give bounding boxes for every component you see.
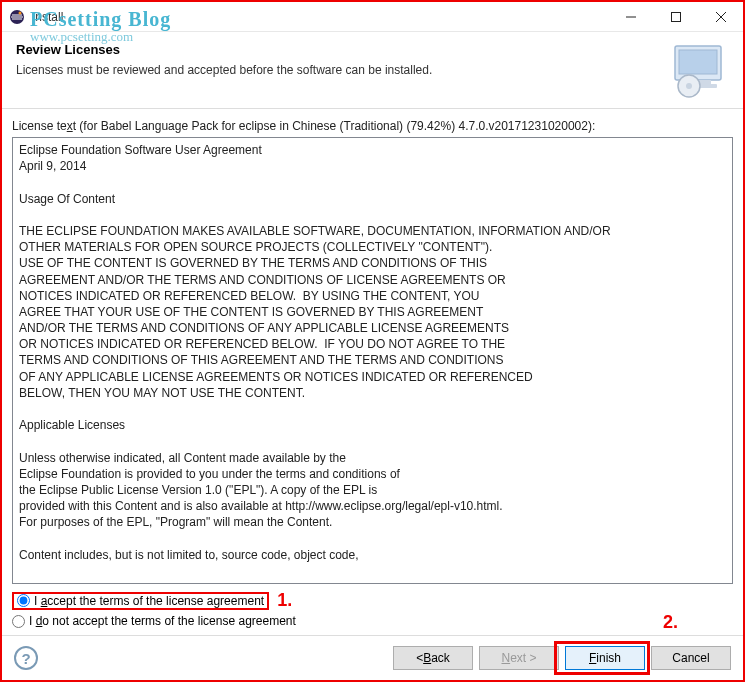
computer-disc-icon	[669, 42, 727, 100]
annotation-1: 1.	[277, 590, 292, 611]
decline-label[interactable]: I do not accept the terms of the license…	[29, 614, 296, 628]
window-title: Install	[32, 10, 608, 24]
content-area: License text (for Babel Language Pack fo…	[2, 109, 743, 635]
svg-rect-7	[679, 50, 717, 74]
svg-point-11	[686, 83, 692, 89]
decline-row: I do not accept the terms of the license…	[12, 614, 733, 628]
back-button[interactable]: < Back	[393, 646, 473, 670]
next-button: Next >	[479, 646, 559, 670]
accept-highlight: I accept the terms of the license agreem…	[12, 592, 269, 610]
minimize-button[interactable]	[608, 2, 653, 31]
page-title: Review Licenses	[16, 42, 661, 57]
finish-button[interactable]: Finish	[565, 646, 645, 670]
titlebar: Install	[2, 2, 743, 32]
finish-wrap: Finish	[559, 646, 645, 670]
cancel-button[interactable]: Cancel	[651, 646, 731, 670]
accept-radio[interactable]	[17, 594, 30, 607]
maximize-button[interactable]	[653, 2, 698, 31]
license-radios: I accept the terms of the license agreem…	[12, 590, 733, 631]
svg-point-1	[19, 11, 22, 14]
help-icon[interactable]: ?	[14, 646, 38, 670]
window-controls	[608, 2, 743, 31]
install-window: Install PCsetting Blog www.pcsetting.com…	[0, 0, 745, 682]
svg-rect-3	[671, 12, 680, 21]
header: Review Licenses Licenses must be reviewe…	[2, 32, 743, 108]
header-text: Review Licenses Licenses must be reviewe…	[16, 42, 661, 100]
page-subtitle: Licenses must be reviewed and accepted b…	[16, 63, 661, 77]
eclipse-icon	[9, 9, 25, 25]
license-label: License text (for Babel Language Pack fo…	[12, 119, 733, 133]
decline-radio[interactable]	[12, 615, 25, 628]
license-textarea[interactable]: Eclipse Foundation Software User Agreeme…	[12, 137, 733, 584]
accept-label[interactable]: I accept the terms of the license agreem…	[34, 594, 264, 608]
close-button[interactable]	[698, 2, 743, 31]
accept-row: I accept the terms of the license agreem…	[12, 590, 733, 611]
footer: ? 2. < Back Next > Finish Cancel	[2, 635, 743, 680]
annotation-2: 2.	[663, 612, 678, 633]
